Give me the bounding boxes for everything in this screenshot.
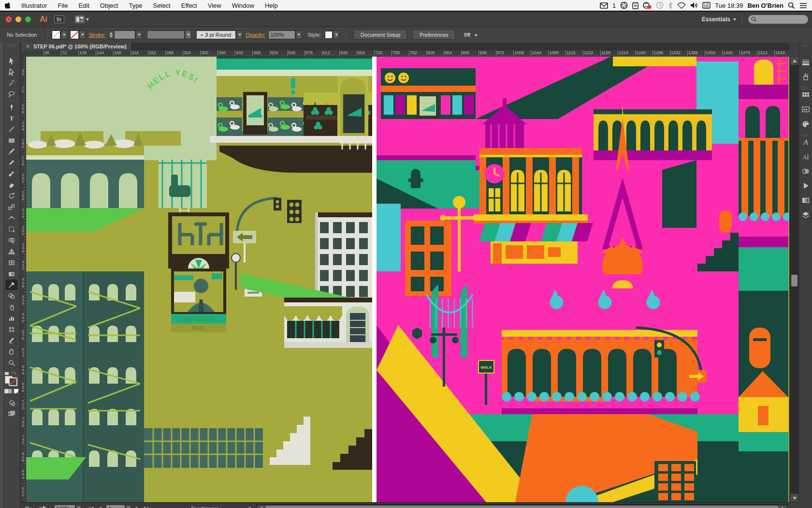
share-icon[interactable] [39, 505, 47, 508]
menu-item-file[interactable]: File [52, 2, 73, 9]
menu-item-help[interactable]: Help [260, 2, 283, 9]
paintbrush-tool[interactable] [6, 146, 17, 156]
blob-brush-tool[interactable] [6, 168, 17, 179]
transparency-panel-icon[interactable] [801, 166, 811, 176]
width-tool[interactable] [6, 213, 17, 223]
artboard-tool[interactable] [6, 324, 17, 334]
free-transform-tool[interactable] [6, 224, 17, 234]
scroll-down-button[interactable] [790, 494, 798, 502]
menu-item-effect[interactable]: Effect [176, 2, 203, 9]
first-artboard-button[interactable] [88, 506, 94, 508]
fill-swatch[interactable] [52, 30, 60, 39]
direct-selection-tool[interactable] [6, 67, 17, 77]
stroke-weight-field[interactable] [114, 30, 135, 39]
document-setup-button[interactable]: Document Setup [353, 30, 407, 40]
document-tab[interactable]: × STEP 06.pdf* @ 100% (RGB/Preview) [21, 43, 132, 50]
horizontal-scroll-thumb[interactable] [265, 506, 779, 508]
lasso-tool[interactable] [6, 89, 17, 99]
stroke-panel-icon[interactable] [801, 57, 811, 67]
menu-clock[interactable]: Tue 18:39 [715, 2, 743, 9]
close-tab-icon[interactable]: × [26, 43, 29, 50]
apple-icon[interactable] [0, 2, 16, 9]
tools-panel-handle[interactable] [7, 44, 17, 47]
menu-item-select[interactable]: Select [148, 2, 176, 9]
zoom-tool[interactable] [6, 358, 17, 368]
canvas-artwork[interactable]: HELL YES! [26, 57, 789, 502]
eyedropper-tool[interactable] [6, 280, 17, 290]
volume-icon[interactable] [690, 2, 698, 9]
rectangle-tool[interactable] [6, 135, 17, 145]
mesh-tool[interactable] [6, 257, 17, 268]
shape-builder-tool[interactable] [6, 235, 17, 245]
menu-item-window[interactable]: Window [227, 2, 260, 9]
mail-icon[interactable] [600, 2, 608, 9]
perspective-grid-tool[interactable] [6, 246, 17, 256]
line-segment-tool[interactable] [6, 124, 17, 134]
next-artboard-button[interactable] [135, 506, 139, 508]
symbols-panel-icon[interactable] [801, 105, 811, 114]
gradient-tool[interactable] [6, 269, 17, 279]
input-menu-icon[interactable] [702, 2, 710, 9]
pencil-tool[interactable] [6, 157, 17, 167]
status-popup-arrow[interactable] [248, 506, 252, 508]
artboard-number-field[interactable]: 1 [106, 505, 125, 508]
go-to-bridge-button[interactable]: Br [54, 15, 64, 23]
hand-tool[interactable] [6, 346, 17, 357]
wifi-icon[interactable] [677, 2, 686, 9]
scale-tool[interactable] [6, 202, 17, 212]
preferences-button[interactable]: Preferences [412, 30, 455, 40]
stroke-panel-link[interactable]: Stroke: [88, 32, 105, 38]
drawing-modes-button[interactable] [6, 397, 17, 407]
menu-item-object[interactable]: Object [95, 2, 124, 9]
panel-edge[interactable] [0, 43, 4, 508]
slice-tool[interactable] [6, 335, 17, 345]
fill-stroke-controls[interactable] [4, 372, 18, 386]
symbol-sprayer-tool[interactable] [6, 302, 17, 312]
lens-icon[interactable] [620, 1, 628, 9]
dock-group-handle[interactable] [802, 134, 809, 137]
stroke-weight-stepper[interactable] [108, 30, 114, 39]
type-tool[interactable]: T [6, 113, 17, 123]
zoom-window-button[interactable] [25, 16, 31, 22]
menu-item-view[interactable]: View [203, 2, 227, 9]
blend-tool[interactable] [6, 291, 17, 301]
magic-wand-tool[interactable] [6, 78, 17, 88]
color-mode-buttons[interactable] [4, 389, 18, 393]
zoom-level-field[interactable]: 100% [54, 505, 75, 508]
zoom-level-dropdown[interactable] [76, 505, 82, 508]
ruler-origin-corner[interactable] [20, 50, 26, 57]
layers-panel-icon[interactable] [801, 210, 811, 220]
menu-item-illustrator[interactable]: Illustrator [16, 2, 52, 9]
stroke-swatch[interactable] [70, 30, 79, 39]
horizontal-scrollbar[interactable] [256, 504, 788, 508]
column-graph-tool[interactable] [6, 313, 17, 323]
workspace-switcher[interactable]: Essentials [702, 16, 736, 23]
screen-mode-button[interactable] [6, 408, 17, 418]
vertical-scroll-thumb[interactable] [791, 275, 798, 286]
notification-center-icon[interactable] [799, 2, 807, 9]
fill-dropdown[interactable] [61, 30, 67, 39]
scroll-left-button[interactable] [257, 505, 265, 508]
spotlight-icon[interactable] [788, 2, 795, 9]
dock-handle[interactable] [802, 44, 809, 47]
memory-icon[interactable] [632, 2, 638, 9]
menu-item-edit[interactable]: Edit [73, 2, 94, 9]
width-profile-dropdown[interactable] [185, 30, 191, 39]
horizontal-ruler[interactable]: 3672108144180216252288324360396432468504… [20, 50, 789, 57]
opacity-panel-link[interactable]: Opacity: [246, 32, 265, 38]
gradient-panel-icon[interactable] [801, 195, 811, 205]
stroke-color-dropdown[interactable] [79, 30, 86, 39]
eraser-tool[interactable] [6, 179, 17, 190]
brush-definition-field[interactable]: 3 pt Round [196, 30, 236, 39]
rotate-tool[interactable] [6, 191, 17, 201]
last-artboard-button[interactable] [143, 506, 149, 508]
artwork-illustration[interactable]: HELL YES! [26, 57, 789, 502]
previous-artboard-button[interactable] [98, 506, 102, 508]
sync-settings-icon[interactable] [24, 505, 34, 508]
opacity-dropdown[interactable] [296, 30, 302, 39]
color-panel-icon[interactable] [801, 119, 811, 129]
minimize-window-button[interactable] [15, 16, 21, 22]
close-window-button[interactable] [6, 16, 12, 22]
sync-recording-icon[interactable] [643, 2, 652, 9]
search-input[interactable] [757, 15, 805, 23]
